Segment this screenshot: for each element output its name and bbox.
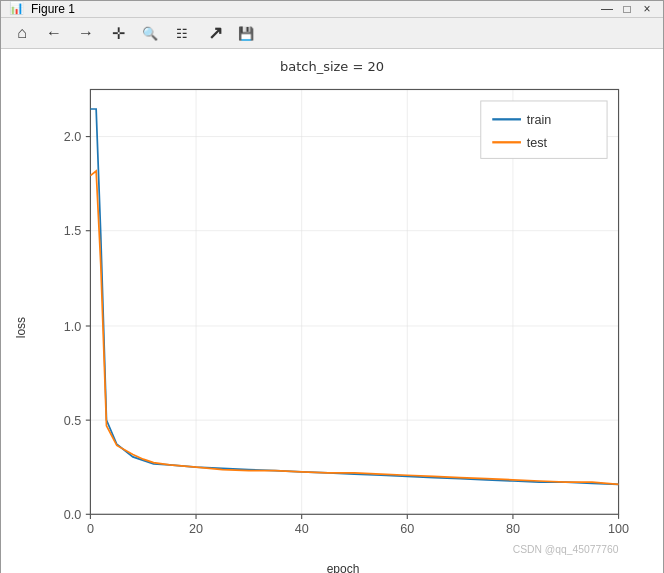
forward-button[interactable]: → xyxy=(71,18,101,48)
back-button[interactable]: ← xyxy=(39,18,69,48)
svg-text:1.0: 1.0 xyxy=(64,320,82,334)
svg-text:40: 40 xyxy=(295,522,309,536)
y-axis-label: loss xyxy=(11,78,31,573)
svg-text:train: train xyxy=(527,113,552,127)
chart-svg: 0.0 0.5 1.0 1.5 2.0 0 xyxy=(33,78,653,560)
app-icon: 📊 xyxy=(9,1,25,17)
pan-button[interactable]: ✛ xyxy=(103,18,133,48)
zoom-button[interactable]: 🔍 xyxy=(135,18,165,48)
chart-inner: 0.0 0.5 1.0 1.5 2.0 0 xyxy=(33,78,653,573)
svg-text:CSDN @qq_45077760: CSDN @qq_45077760 xyxy=(513,544,619,555)
svg-text:0: 0 xyxy=(87,522,94,536)
x-axis-label: epoch xyxy=(33,562,653,573)
svg-text:1.5: 1.5 xyxy=(64,224,82,238)
save-button[interactable]: 💾 xyxy=(231,18,261,48)
svg-text:test: test xyxy=(527,136,548,150)
title-bar: 📊 Figure 1 — □ × xyxy=(1,1,663,18)
title-bar-left: 📊 Figure 1 xyxy=(9,1,75,17)
svg-text:60: 60 xyxy=(400,522,414,536)
chart-area: batch_size = 20 loss xyxy=(1,49,663,573)
svg-text:0.5: 0.5 xyxy=(64,414,82,428)
svg-text:20: 20 xyxy=(189,522,203,536)
minimize-button[interactable]: — xyxy=(599,1,615,17)
svg-text:2.0: 2.0 xyxy=(64,130,82,144)
chart-wrapper: loss xyxy=(11,78,653,573)
svg-text:0.0: 0.0 xyxy=(64,508,82,522)
customize-button[interactable]: ↗ xyxy=(199,18,229,48)
toolbar: ⌂ ← → ✛ 🔍 ☷ ↗ 💾 xyxy=(1,18,663,49)
window-title: Figure 1 xyxy=(31,2,75,16)
svg-text:80: 80 xyxy=(506,522,520,536)
title-bar-controls: — □ × xyxy=(599,1,655,17)
svg-text:100: 100 xyxy=(608,522,629,536)
chart-title: batch_size = 20 xyxy=(280,59,384,74)
maximize-button[interactable]: □ xyxy=(619,1,635,17)
close-button[interactable]: × xyxy=(639,1,655,17)
main-window: 📊 Figure 1 — □ × ⌂ ← → ✛ 🔍 ☷ ↗ 💾 batch_s… xyxy=(0,0,664,573)
home-button[interactable]: ⌂ xyxy=(7,18,37,48)
subplot-button[interactable]: ☷ xyxy=(167,18,197,48)
